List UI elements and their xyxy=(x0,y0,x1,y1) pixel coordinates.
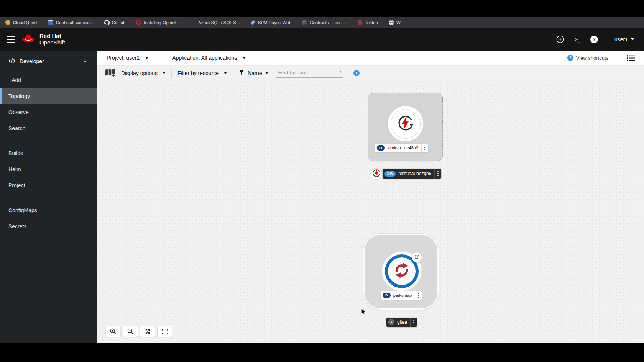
node-name: gitea xyxy=(397,319,407,325)
zoom-out-button[interactable] xyxy=(123,326,138,337)
application-badge: A xyxy=(388,319,394,325)
sidebar-item-builds[interactable]: Builds xyxy=(0,145,97,161)
application-dropdown[interactable]: Application: All applications xyxy=(172,55,246,61)
perspective-label: Developer xyxy=(20,58,44,64)
bookmark-label: Tekton xyxy=(365,20,378,25)
sidebar-item-project[interactable]: Project xyxy=(0,177,97,193)
zoom-in-button[interactable] xyxy=(106,326,120,337)
view-shortcuts-label: View shortcuts xyxy=(576,55,608,61)
masthead-toolbar: >_ ? user1 xyxy=(556,35,634,43)
nav-group-build: Builds Helm Project xyxy=(0,141,97,195)
sidebar-item-topology[interactable]: Topology xyxy=(0,88,97,104)
bookmark-label: SPM Payee Web xyxy=(258,20,291,25)
window-icon xyxy=(48,20,53,25)
list-view-toggle-icon[interactable] xyxy=(627,55,635,61)
bookmark-cool-stuff[interactable]: Cool stuff we can... xyxy=(48,20,94,25)
project-dropdown[interactable]: Project: user1 xyxy=(107,55,148,61)
workspace-node-label[interactable]: D worksp...ec48a2 xyxy=(375,144,428,152)
bookmark-label: W xyxy=(396,20,401,25)
globe-dark-icon xyxy=(302,20,307,25)
display-options-dropdown[interactable]: Display options xyxy=(121,70,166,76)
tekton-icon xyxy=(357,20,362,25)
devworkspace-badge: DW xyxy=(384,171,396,177)
chevron-down-icon xyxy=(145,57,148,59)
bookmark-azure-sql[interactable]: Azure SQL / SQL S... xyxy=(191,20,240,25)
bookmark-w[interactable]: W xyxy=(389,20,401,25)
parksmap-node-label[interactable]: D parksmap xyxy=(381,291,422,300)
perspective-switcher[interactable]: Developer xyxy=(0,51,97,70)
sidebar-item-search[interactable]: Search xyxy=(0,120,97,136)
openshift-icon xyxy=(136,20,141,25)
chevron-down-icon xyxy=(243,57,246,59)
slash-shortcut-hint: / xyxy=(340,70,341,75)
kebab-menu-icon[interactable] xyxy=(415,293,422,298)
sidebar-item-add[interactable]: +Add xyxy=(0,72,97,88)
workspace-node[interactable] xyxy=(388,106,424,142)
microsoft-icon xyxy=(191,20,196,25)
bookmark-cloud-quest[interactable]: Cloud Quest xyxy=(5,20,38,25)
user-menu[interactable]: user1 xyxy=(614,36,634,43)
export-application-icon[interactable] xyxy=(105,68,115,78)
devworkspace-icon xyxy=(397,114,414,133)
import-plus-circle-icon[interactable] xyxy=(556,35,564,43)
filter-by-resource-dropdown[interactable]: Filter by resource xyxy=(177,70,227,76)
globe-icon xyxy=(389,20,394,25)
screen: Cloud Quest Cool stuff we can... GitHub … xyxy=(0,0,644,362)
bookmark-label: Installing OpenS... xyxy=(144,20,180,25)
display-options-label: Display options xyxy=(121,70,158,76)
name-filter-label: Name xyxy=(248,70,262,76)
kebab-menu-icon[interactable] xyxy=(422,146,428,151)
brand-logo[interactable]: Red Hat OpenShift xyxy=(21,33,65,45)
reset-view-button[interactable] xyxy=(158,326,172,337)
kebab-menu-icon[interactable] xyxy=(435,171,441,176)
chevron-down-icon xyxy=(224,72,227,74)
filter-funnel-icon xyxy=(239,70,244,76)
bookmark-installing-openshift[interactable]: Installing OpenS... xyxy=(136,20,180,25)
question-circle-icon: ? xyxy=(567,55,573,61)
search-input[interactable] xyxy=(278,70,336,75)
topology-canvas[interactable]: D worksp...ec48a2 D xyxy=(97,80,644,343)
sidebar-item-configmaps[interactable]: ConfigMaps xyxy=(0,202,97,218)
chevron-down-icon xyxy=(163,72,166,74)
bookmark-tekton[interactable]: Tekton xyxy=(357,20,378,25)
bookmark-label: Cool stuff we can... xyxy=(56,20,94,25)
terminal-node[interactable] xyxy=(370,168,382,180)
divider xyxy=(233,69,233,78)
name-filter-dropdown[interactable]: Name xyxy=(239,70,268,76)
application-dropdown-label: Application: All applications xyxy=(172,55,237,61)
open-url-decorator[interactable] xyxy=(412,252,422,262)
context-bar: Project: user1 Application: All applicat… xyxy=(97,51,644,66)
project-dropdown-label: Project: user1 xyxy=(107,55,140,61)
terminal-node-label[interactable]: DW terminal-hezqn5 xyxy=(383,169,441,179)
node-name: worksp...ec48a2 xyxy=(388,146,418,150)
fit-to-screen-button[interactable] xyxy=(140,326,155,337)
openshift-app-icon xyxy=(393,262,411,281)
bookmark-label: Contracts - Eco -... xyxy=(310,20,347,25)
sidebar-item-secrets[interactable]: Secrets xyxy=(0,218,97,234)
gitea-node-label[interactable]: A gitea xyxy=(386,318,417,327)
sidebar-item-helm[interactable]: Helm xyxy=(0,161,97,177)
view-shortcuts-link[interactable]: ? View shortcuts xyxy=(567,55,608,61)
web-terminal-icon[interactable]: >_ xyxy=(575,36,580,42)
letterbox-bottom xyxy=(0,343,644,362)
bookmark-contracts[interactable]: Contracts - Eco -... xyxy=(302,20,347,25)
bookmark-spm-payee[interactable]: SPM Payee Web xyxy=(251,20,291,25)
masthead: Red Hat OpenShift >_ ? user1 xyxy=(0,28,644,51)
chevron-down-icon xyxy=(265,72,268,74)
username: user1 xyxy=(614,36,628,43)
bookmark-github[interactable]: GitHub xyxy=(104,20,126,25)
kebab-menu-icon[interactable] xyxy=(411,320,417,325)
chevron-down-icon xyxy=(84,61,87,62)
info-icon[interactable]: i xyxy=(353,70,360,76)
find-by-name-field[interactable]: / xyxy=(276,68,343,78)
nav-group-main: +Add Topology Observe Search xyxy=(0,70,97,138)
browser-bookmarks-bar: Cloud Quest Cool stuff we can... GitHub … xyxy=(0,17,644,28)
brand-text: Red Hat OpenShift xyxy=(39,33,65,45)
main-area: Project: user1 Application: All applicat… xyxy=(97,51,644,343)
topology-controls xyxy=(106,326,172,337)
sidebar-item-observe[interactable]: Observe xyxy=(0,104,97,120)
help-icon[interactable]: ? xyxy=(590,36,598,43)
bookmark-label: Cloud Quest xyxy=(13,20,38,25)
menu-toggle-icon[interactable] xyxy=(7,36,15,43)
bookmark-label: Azure SQL / SQL S... xyxy=(198,20,240,25)
